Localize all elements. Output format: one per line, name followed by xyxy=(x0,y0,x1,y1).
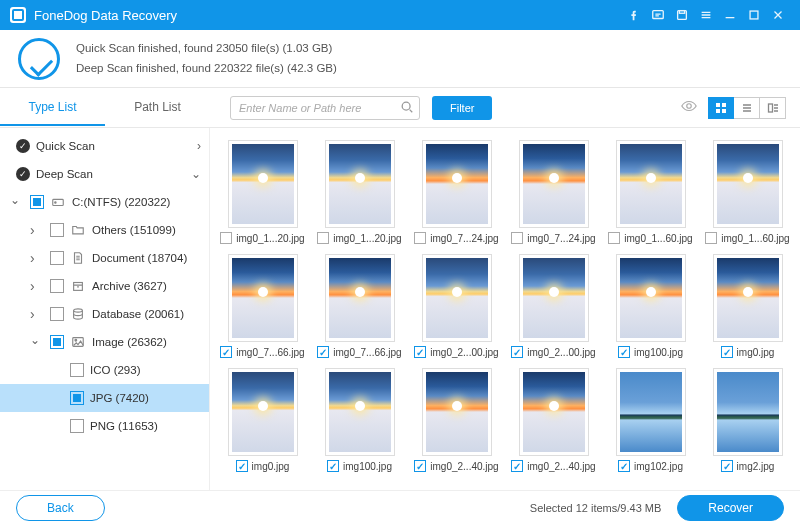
svg-point-4 xyxy=(402,102,410,110)
file-name: img0_7...66.jpg xyxy=(333,347,401,358)
file-thumbnail[interactable]: img0.jpg xyxy=(701,250,794,362)
expand-arrow-icon[interactable] xyxy=(10,195,24,209)
maximize-icon[interactable] xyxy=(742,3,766,27)
checkbox[interactable] xyxy=(50,279,64,293)
save-icon[interactable] xyxy=(670,3,694,27)
expand-arrow-icon[interactable] xyxy=(30,222,44,238)
expand-arrow-icon[interactable] xyxy=(30,306,44,322)
file-checkbox[interactable] xyxy=(414,460,426,472)
checkbox[interactable] xyxy=(30,195,44,209)
filter-button[interactable]: Filter xyxy=(432,96,492,120)
file-name: img100.jpg xyxy=(634,347,683,358)
file-thumbnail[interactable]: img0_2...40.jpg xyxy=(410,364,503,476)
share-facebook-icon[interactable] xyxy=(622,3,646,27)
svg-rect-7 xyxy=(722,103,726,107)
file-thumbnail[interactable]: img0.jpg xyxy=(216,364,309,476)
thumbnail-image xyxy=(616,254,686,342)
file-thumbnail[interactable]: img2.jpg xyxy=(701,364,794,476)
file-checkbox[interactable] xyxy=(414,232,426,244)
tab-type-list[interactable]: Type List xyxy=(0,90,105,126)
file-thumbnail[interactable]: img0_2...00.jpg xyxy=(410,250,503,362)
expand-arrow-icon[interactable] xyxy=(30,278,44,294)
checkbox[interactable] xyxy=(50,307,64,321)
file-name: img0_1...20.jpg xyxy=(333,233,401,244)
file-checkbox[interactable] xyxy=(721,346,733,358)
tree-database[interactable]: Database (20061) xyxy=(0,300,209,328)
search-input[interactable] xyxy=(230,96,420,120)
recover-button[interactable]: Recover xyxy=(677,495,784,521)
expand-arrow-icon[interactable] xyxy=(30,335,44,349)
file-checkbox[interactable] xyxy=(705,232,717,244)
file-checkbox[interactable] xyxy=(236,460,248,472)
tree-png[interactable]: PNG (11653) xyxy=(0,412,209,440)
file-thumbnail[interactable]: img0_1...60.jpg xyxy=(604,136,697,248)
file-checkbox[interactable] xyxy=(317,232,329,244)
checkbox[interactable] xyxy=(50,335,64,349)
thumbnail-image xyxy=(422,140,492,228)
checkbox[interactable] xyxy=(50,251,64,265)
close-icon[interactable] xyxy=(766,3,790,27)
file-checkbox[interactable] xyxy=(414,346,426,358)
file-checkbox[interactable] xyxy=(511,346,523,358)
file-thumbnail[interactable]: img0_7...24.jpg xyxy=(507,136,600,248)
file-checkbox[interactable] xyxy=(220,232,232,244)
file-checkbox[interactable] xyxy=(220,346,232,358)
tree-image[interactable]: Image (26362) xyxy=(0,328,209,356)
file-thumbnail[interactable]: img100.jpg xyxy=(604,250,697,362)
file-checkbox[interactable] xyxy=(618,460,630,472)
file-thumbnail[interactable]: img0_7...66.jpg xyxy=(216,250,309,362)
file-thumbnail[interactable]: img0_7...66.jpg xyxy=(313,250,406,362)
feedback-icon[interactable] xyxy=(646,3,670,27)
file-thumbnail[interactable]: img100.jpg xyxy=(313,364,406,476)
file-thumbnail[interactable]: img0_7...24.jpg xyxy=(410,136,503,248)
file-checkbox[interactable] xyxy=(721,460,733,472)
back-button[interactable]: Back xyxy=(16,495,105,521)
view-list-button[interactable] xyxy=(734,97,760,119)
tree-others[interactable]: Others (151099) xyxy=(0,216,209,244)
checkbox[interactable] xyxy=(70,391,84,405)
view-grid-button[interactable] xyxy=(708,97,734,119)
tree-jpg[interactable]: JPG (7420) xyxy=(0,384,209,412)
file-thumbnail[interactable]: img102.jpg xyxy=(604,364,697,476)
tree-document[interactable]: Document (18704) xyxy=(0,244,209,272)
file-checkbox[interactable] xyxy=(511,232,523,244)
svg-rect-6 xyxy=(716,103,720,107)
tree-archive[interactable]: Archive (3627) xyxy=(0,272,209,300)
app-logo-icon xyxy=(10,7,26,23)
minimize-icon[interactable] xyxy=(718,3,742,27)
file-thumbnail[interactable]: img0_1...20.jpg xyxy=(216,136,309,248)
checkbox[interactable] xyxy=(70,363,84,377)
search-wrap xyxy=(230,96,420,120)
file-name: img0_1...20.jpg xyxy=(236,233,304,244)
file-name: img0_2...40.jpg xyxy=(430,461,498,472)
svg-rect-9 xyxy=(722,109,726,113)
menu-icon[interactable] xyxy=(694,3,718,27)
check-dot-icon xyxy=(16,167,30,181)
file-checkbox[interactable] xyxy=(608,232,620,244)
file-thumbnail[interactable]: img0_1...20.jpg xyxy=(313,136,406,248)
search-icon[interactable] xyxy=(400,100,414,117)
expand-arrow-icon[interactable] xyxy=(30,250,44,266)
file-checkbox[interactable] xyxy=(618,346,630,358)
file-checkbox[interactable] xyxy=(317,346,329,358)
footer-bar: Back Selected 12 items/9.43 MB Recover xyxy=(0,490,800,524)
preview-toggle-icon[interactable] xyxy=(680,97,698,118)
thumbnail-image xyxy=(519,368,589,456)
file-checkbox[interactable] xyxy=(327,460,339,472)
file-thumbnail[interactable]: img0_1...60.jpg xyxy=(701,136,794,248)
file-name: img0_7...24.jpg xyxy=(527,233,595,244)
tree-deep-scan[interactable]: Deep Scan ⌄ xyxy=(0,160,209,188)
tree-drive-c[interactable]: C:(NTFS) (220322) xyxy=(0,188,209,216)
view-detail-button[interactable] xyxy=(760,97,786,119)
checkbox[interactable] xyxy=(70,419,84,433)
checkbox[interactable] xyxy=(50,223,64,237)
quick-scan-status: Quick Scan finished, found 23050 file(s)… xyxy=(76,39,337,59)
tree-quick-scan[interactable]: Quick Scan › xyxy=(0,132,209,160)
file-thumbnail[interactable]: img0_2...00.jpg xyxy=(507,250,600,362)
thumbnail-image xyxy=(713,140,783,228)
file-name: img0_2...40.jpg xyxy=(527,461,595,472)
tab-path-list[interactable]: Path List xyxy=(105,90,210,126)
file-thumbnail[interactable]: img0_2...40.jpg xyxy=(507,364,600,476)
file-checkbox[interactable] xyxy=(511,460,523,472)
tree-ico[interactable]: ICO (293) xyxy=(0,356,209,384)
